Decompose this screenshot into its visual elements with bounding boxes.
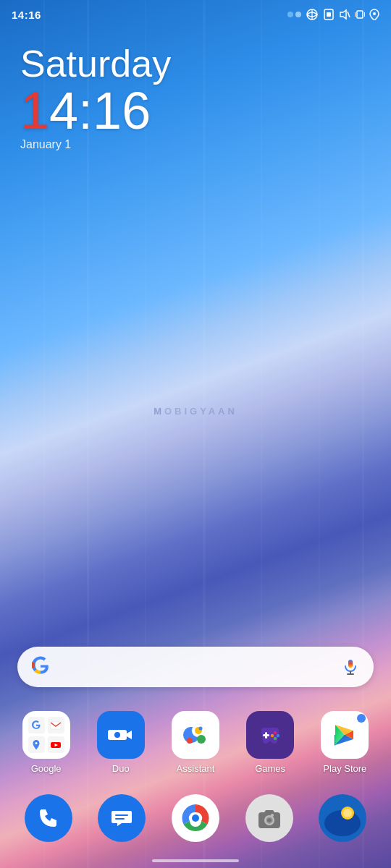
playstore-svg [329,719,361,751]
svg-point-39 [267,818,272,822]
app-row: Google Duo [0,711,391,774]
dock-phone[interactable] [25,794,72,842]
svg-point-23 [187,738,193,744]
home-indicator [152,859,239,862]
status-icons [287,9,379,20]
games-svg [256,720,285,749]
dock [0,794,391,842]
svg-rect-13 [51,722,61,729]
gmail-mini [48,717,64,733]
svg-point-22 [197,735,206,744]
duo-icon[interactable] [97,711,145,759]
svg-point-21 [198,727,202,731]
dock-camera[interactable] [245,794,293,842]
dock-oneplus-switch[interactable] [319,794,366,842]
vibrate-icon [355,9,365,20]
assistant-label: Assistant [177,763,215,774]
svg-rect-10 [348,660,353,668]
search-bar[interactable] [17,647,374,687]
switch-icon [324,800,361,836]
day-label: Saturday [20,43,171,85]
dock-chrome[interactable] [172,794,219,842]
playstore-label: Play Store [323,763,366,774]
dock-messages[interactable] [98,794,146,842]
messages-icon [109,806,134,830]
playstore-icon[interactable] [321,711,369,759]
app-item-duo[interactable]: Duo [88,711,154,774]
status-time: 14:16 [12,9,41,21]
app-item-games[interactable]: Games [237,711,303,774]
games-icon[interactable] [246,711,294,759]
svg-point-17 [114,732,120,738]
app-item-assistant[interactable]: Assistant [163,711,228,774]
time-label: 14:16 [20,85,171,137]
watermark: MOBIGYAAN [154,405,237,417]
mic-icon[interactable] [339,655,362,678]
mic-svg [342,658,359,676]
assistant-svg [180,719,211,751]
time-rest: 4:16 [49,82,151,140]
games-label: Games [255,763,285,774]
svg-rect-25 [265,732,267,739]
svg-rect-6 [357,11,363,18]
app-item-google[interactable]: Google [14,711,79,774]
clock-area: Saturday 14:16 January 1 [20,43,171,151]
svg-point-40 [271,814,274,817]
svg-point-28 [274,737,277,740]
assistant-icon[interactable] [172,711,219,759]
svg-point-9 [373,12,376,15]
svg-marker-4 [340,10,346,19]
svg-point-35 [192,814,199,822]
duo-label: Duo [112,763,130,774]
google-folder-icon[interactable] [22,711,70,759]
date-label: January 1 [20,138,171,151]
chrome-icon [181,804,210,833]
google-g-mini [28,717,45,733]
svg-point-14 [35,742,38,744]
mute-icon [339,9,350,20]
sim-icon [323,9,335,20]
svg-line-5 [348,12,350,17]
svg-point-44 [343,809,352,817]
svg-rect-3 [327,12,331,17]
youtube-mini [48,736,64,753]
app-item-playstore[interactable]: Play Store [312,711,377,774]
maps-mini [28,736,45,753]
wifi-dots-icon [287,12,301,17]
time-accent: 1 [20,82,49,140]
svg-point-26 [274,731,277,734]
google-g-logo [29,655,52,678]
camera-icon [256,805,282,831]
google-label: Google [31,763,62,774]
status-bar: 14:16 [0,0,391,29]
signal-icon [306,9,319,20]
svg-point-29 [271,734,274,737]
location-icon [369,9,379,20]
phone-icon [36,806,61,830]
svg-point-27 [277,734,279,737]
duo-svg [106,720,135,749]
